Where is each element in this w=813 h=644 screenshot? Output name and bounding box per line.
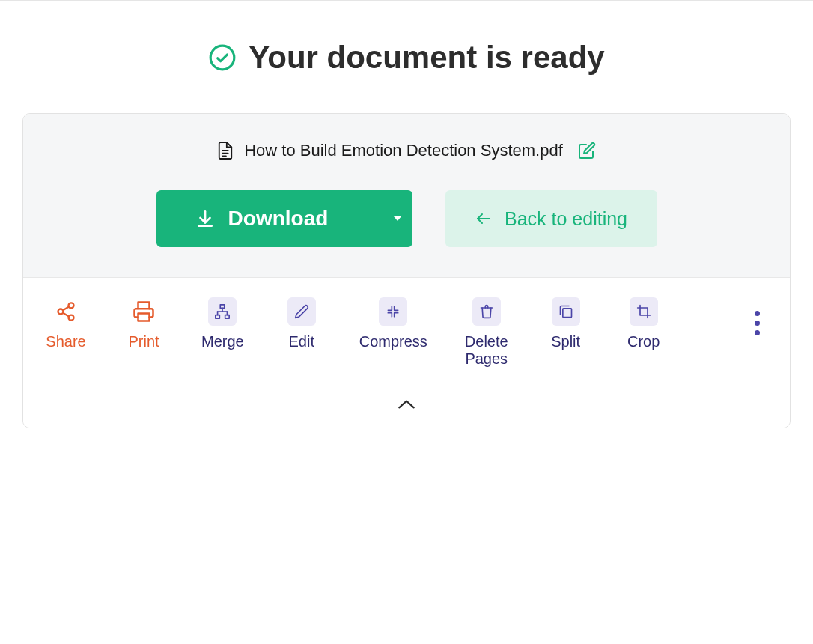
arrow-left-icon xyxy=(475,210,493,228)
result-card: How to Build Emotion Detection System.pd… xyxy=(22,113,791,428)
delete-pages-tool[interactable]: Delete Pages xyxy=(465,297,508,368)
crop-label: Crop xyxy=(627,333,660,350)
compress-icon xyxy=(386,304,401,319)
merge-tool[interactable]: Merge xyxy=(201,297,244,350)
svg-point-0 xyxy=(210,46,234,70)
filename-text: How to Build Emotion Detection System.pd… xyxy=(244,141,563,160)
pencil-icon xyxy=(294,304,309,319)
document-icon xyxy=(217,141,234,160)
tools-group: Share Print xyxy=(46,297,664,368)
print-tool[interactable]: Print xyxy=(124,297,164,350)
svg-line-10 xyxy=(63,307,69,311)
share-label: Share xyxy=(46,333,85,350)
checkmark-circle-icon xyxy=(208,43,237,72)
split-tool[interactable]: Split xyxy=(546,297,586,350)
share-icon xyxy=(55,301,76,322)
download-label: Download xyxy=(228,207,329,231)
share-tool[interactable]: Share xyxy=(46,297,86,350)
merge-icon xyxy=(214,303,231,320)
toolbar: Share Print xyxy=(23,278,790,383)
collapse-toolbar-button[interactable] xyxy=(394,395,419,416)
edit-pencil-square-icon xyxy=(578,142,596,160)
split-label: Split xyxy=(551,333,580,350)
edit-label: Edit xyxy=(288,333,314,350)
back-label: Back to editing xyxy=(505,208,627,230)
card-header: How to Build Emotion Detection System.pd… xyxy=(23,114,790,278)
print-icon xyxy=(133,300,155,323)
compress-tool[interactable]: Compress xyxy=(359,297,427,350)
delete-pages-label: Delete Pages xyxy=(465,333,508,368)
rename-button[interactable] xyxy=(578,142,596,160)
merge-label: Merge xyxy=(201,333,244,350)
svg-line-11 xyxy=(63,313,69,317)
filename-row: How to Build Emotion Detection System.pd… xyxy=(46,141,767,160)
compress-label: Compress xyxy=(359,333,427,350)
chevron-up-icon xyxy=(397,398,416,410)
download-icon xyxy=(195,209,215,228)
page-title-text: Your document is ready xyxy=(249,40,604,76)
svg-rect-12 xyxy=(138,314,150,321)
more-tools-button[interactable] xyxy=(747,303,767,343)
more-vertical-icon xyxy=(755,311,760,316)
caret-down-icon xyxy=(394,216,401,221)
crop-tool[interactable]: Crop xyxy=(624,297,664,350)
crop-icon xyxy=(636,304,651,319)
split-icon xyxy=(558,304,573,319)
print-label: Print xyxy=(128,333,159,350)
download-dropdown-caret[interactable] xyxy=(383,190,412,247)
edit-tool[interactable]: Edit xyxy=(281,297,322,350)
svg-rect-20 xyxy=(562,309,571,318)
collapse-row xyxy=(23,383,790,428)
back-to-editing-button[interactable]: Back to editing xyxy=(445,190,657,247)
page-title: Your document is ready xyxy=(0,1,813,113)
trash-icon xyxy=(479,304,494,319)
button-row: Download Back to editing xyxy=(46,190,767,247)
download-button[interactable]: Download xyxy=(156,190,412,247)
